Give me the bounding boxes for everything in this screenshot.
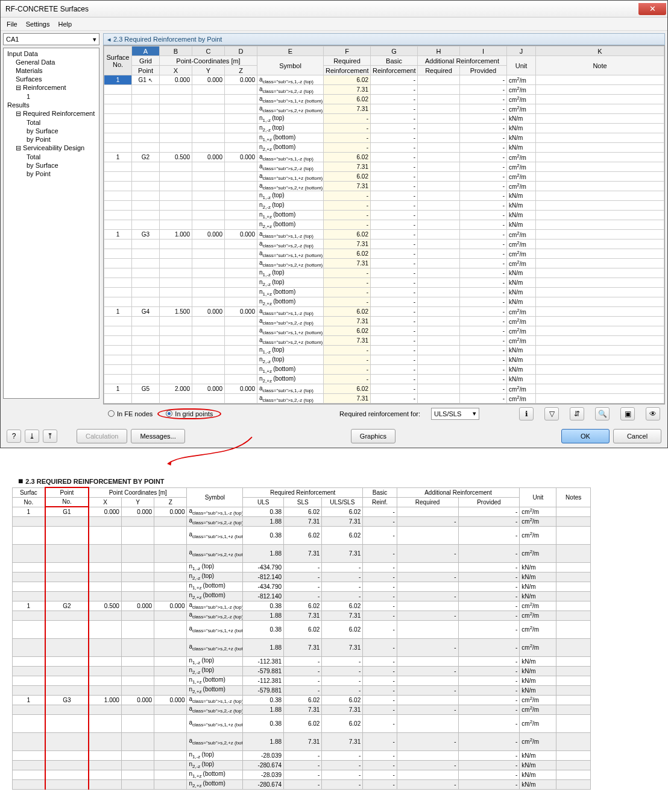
import-button[interactable]: ⤒ bbox=[43, 430, 57, 443]
table-row[interactable]: aclass="sub">s,2,-z (top)7.31--cm2/m bbox=[104, 394, 664, 404]
calculation-button[interactable]: Calculation bbox=[77, 429, 127, 443]
ok-button[interactable]: OK bbox=[561, 429, 610, 443]
tree-rr-by-surface[interactable]: by Surface bbox=[5, 127, 98, 135]
report-title: ■ 2.3 REQUIRED REINFORCEMENT BY POINT bbox=[18, 476, 656, 486]
grid-bottombar: In FE nodes In grid points Required rein… bbox=[103, 404, 665, 422]
case-dropdown[interactable]: CA1▾ bbox=[3, 33, 99, 45]
graphics-button[interactable]: Graphics bbox=[351, 429, 395, 443]
table-row[interactable]: n1,+z (bottom)---kN/m bbox=[104, 211, 664, 220]
table-row[interactable]: n1,-z (top)---kN/m bbox=[104, 191, 664, 201]
table-row[interactable]: n1,-z (top)---kN/m bbox=[104, 268, 664, 278]
annotation-highlight: In grid points bbox=[157, 408, 221, 419]
menubar: File Settings Help bbox=[1, 17, 667, 31]
report-row: n2,+z (bottom)-280.674-----kN/m bbox=[13, 779, 591, 789]
tree-reinforcement-1[interactable]: 1 bbox=[5, 92, 98, 101]
tree-results[interactable]: Results bbox=[5, 101, 98, 109]
table-row[interactable]: n1,+z (bottom)---kN/m bbox=[104, 133, 664, 143]
table-row[interactable]: 1G1 ↖0.0000.0000.000aclass="sub">s,1,-z … bbox=[104, 75, 664, 85]
report-table: ■ 2.3 REQUIRED REINFORCEMENT BY POINT Su… bbox=[12, 476, 656, 790]
tree-serviceability[interactable]: ⊟ Serviceability Design bbox=[5, 144, 98, 153]
results-grid[interactable]: SurfaceNo. A B C D E F G H I J K bbox=[103, 45, 665, 404]
table-row[interactable]: n1,-z (top)---kN/m bbox=[104, 346, 664, 355]
table-row[interactable]: n2,+z (bottom)---kN/m bbox=[104, 297, 664, 307]
table-row[interactable]: aclass="sub">s,2,-z (top)7.31--cm2/m bbox=[104, 317, 664, 326]
table-row[interactable]: 1G20.5000.0000.000aclass="sub">s,1,-z (t… bbox=[104, 153, 664, 162]
report-row: aclass="sub">s,2,-z (top)1.887.317.31---… bbox=[13, 705, 591, 714]
table-row[interactable]: aclass="sub">s,1,+z (bottom)6.02--cm2/m bbox=[104, 249, 664, 259]
table-row[interactable]: n1,+z (bottom)---kN/m bbox=[104, 288, 664, 297]
view-button[interactable]: 👁 bbox=[646, 407, 660, 420]
select-button[interactable]: ▣ bbox=[620, 407, 635, 420]
report-row: 1G10.0000.0000.000aclass="sub">s,1,-z (t… bbox=[13, 507, 591, 516]
table-row[interactable]: aclass="sub">s,1,+z (bottom)6.02--cm2/m bbox=[104, 326, 664, 336]
menu-file[interactable]: File bbox=[7, 21, 17, 28]
table-row[interactable]: aclass="sub">s,2,-z (top)7.31--cm2/m bbox=[104, 85, 664, 95]
tree-sv-total[interactable]: Total bbox=[5, 153, 98, 161]
table-row[interactable]: n2,-z (top)---kN/m bbox=[104, 201, 664, 211]
tree-rr-total[interactable]: Total bbox=[5, 118, 98, 127]
report-row: n1,-z (top)-434.790----kN/m bbox=[13, 562, 591, 572]
report-row: n2,+z (bottom)-579.881-----kN/m bbox=[13, 685, 591, 695]
navigate-left-icon[interactable]: ◂ bbox=[107, 36, 111, 43]
section-header: ◂ 2.3 Required Reinforcement by Point bbox=[103, 33, 665, 45]
tree-surfaces[interactable]: Surfaces bbox=[5, 75, 98, 83]
report-row: aclass="sub">s,1,+z (bottom)0.386.026.02… bbox=[13, 714, 591, 732]
tree-materials[interactable]: Materials bbox=[5, 66, 98, 75]
export-button[interactable]: ⤓ bbox=[25, 430, 39, 443]
info-button[interactable]: ℹ bbox=[519, 407, 534, 420]
table-row[interactable]: aclass="sub">s,2,+z (bottom)7.31--cm2/m bbox=[104, 182, 664, 191]
table-row[interactable]: 1G52.0000.0000.000aclass="sub">s,1,-z (t… bbox=[104, 384, 664, 394]
window-title: RF-CONCRETE Surfaces bbox=[5, 5, 638, 13]
close-button[interactable]: ✕ bbox=[638, 3, 666, 15]
tree-sv-by-surface[interactable]: by Surface bbox=[5, 161, 98, 170]
report-row: aclass="sub">s,2,+z (bottom)1.887.317.31… bbox=[13, 638, 591, 656]
table-row[interactable]: n2,+z (bottom)---kN/m bbox=[104, 220, 664, 230]
table-row[interactable]: aclass="sub">s,1,+z (bottom)6.02--cm2/m bbox=[104, 95, 664, 104]
report-row: aclass="sub">s,2,+z (bottom)1.887.317.31… bbox=[13, 732, 591, 750]
help-button[interactable]: ? bbox=[7, 430, 21, 443]
table-row[interactable]: aclass="sub">s,1,+z (bottom)6.02--cm2/m bbox=[104, 172, 664, 182]
cancel-button[interactable]: Cancel bbox=[613, 429, 661, 443]
report-row: n2,-z (top)-579.881-----kN/m bbox=[13, 666, 591, 676]
tree-rr-by-point[interactable]: by Point bbox=[5, 135, 98, 144]
menu-settings[interactable]: Settings bbox=[26, 21, 50, 28]
report-row: aclass="sub">s,2,-z (top)1.887.317.31---… bbox=[13, 611, 591, 620]
tree-general-data[interactable]: General Data bbox=[5, 58, 98, 66]
menu-help[interactable]: Help bbox=[58, 21, 72, 28]
table-row[interactable]: aclass="sub">s,2,+z (bottom)7.31--cm2/m bbox=[104, 336, 664, 346]
sort-button[interactable]: ⇵ bbox=[570, 407, 584, 420]
required-for-combo[interactable]: ULS/SLS▾ bbox=[431, 408, 479, 420]
table-row[interactable]: n1,+z (bottom)---kN/m bbox=[104, 365, 664, 375]
table-row[interactable]: 1G41.5000.0000.000aclass="sub">s,1,-z (t… bbox=[104, 307, 664, 317]
report-row: aclass="sub">s,1,+z (bottom)0.386.026.02… bbox=[13, 526, 591, 544]
table-row[interactable]: aclass="sub">s,2,+z (bottom)7.31--cm2/m bbox=[104, 259, 664, 268]
report-row: n1,-z (top)-28.039----kN/m bbox=[13, 750, 591, 760]
table-row[interactable]: n1,-z (top)---kN/m bbox=[104, 114, 664, 124]
tree-sv-by-point[interactable]: by Point bbox=[5, 170, 98, 178]
table-row[interactable]: n2,-z (top)---kN/m bbox=[104, 278, 664, 288]
messages-button[interactable]: Messages... bbox=[131, 429, 184, 443]
table-row[interactable]: 1G31.0000.0000.000aclass="sub">s,1,-z (t… bbox=[104, 230, 664, 239]
report-row: aclass="sub">s,2,-z (top)1.887.317.31---… bbox=[13, 516, 591, 526]
report-row: n1,+z (bottom)-434.790----kN/m bbox=[13, 582, 591, 591]
radio-grid-points[interactable]: In grid points bbox=[166, 410, 213, 417]
tree-required-reinf[interactable]: ⊟ Required Reinforcement bbox=[5, 109, 98, 118]
report-row: n1,+z (bottom)-28.039----kN/m bbox=[13, 770, 591, 779]
chevron-down-icon: ▾ bbox=[93, 36, 96, 43]
tree-reinforcement[interactable]: ⊟ Reinforcement bbox=[5, 83, 98, 92]
table-row[interactable]: aclass="sub">s,2,-z (top)7.31--cm2/m bbox=[104, 162, 664, 172]
radio-fe-nodes[interactable]: In FE nodes bbox=[108, 410, 153, 417]
tree-input-data[interactable]: Input Data bbox=[5, 49, 98, 58]
table-row[interactable]: aclass="sub">s,2,-z (top)7.31--cm2/m bbox=[104, 239, 664, 249]
report-row: n2,+z (bottom)-812.140-----kN/m bbox=[13, 591, 591, 601]
filter-button[interactable]: ▽ bbox=[544, 407, 559, 420]
navigation-tree[interactable]: Input Data General Data Materials Surfac… bbox=[3, 48, 99, 399]
report-row: n2,-z (top)-280.674-----kN/m bbox=[13, 760, 591, 770]
table-row[interactable]: n2,-z (top)---kN/m bbox=[104, 355, 664, 365]
table-row[interactable]: n2,+z (bottom)---kN/m bbox=[104, 143, 664, 153]
table-row[interactable]: n2,-z (top)---kN/m bbox=[104, 124, 664, 133]
table-row[interactable]: n2,+z (bottom)---kN/m bbox=[104, 375, 664, 384]
table-row[interactable]: aclass="sub">s,2,+z (bottom)7.31--cm2/m bbox=[104, 104, 664, 114]
report-row: n1,-z (top)-112.381----kN/m bbox=[13, 656, 591, 666]
find-button[interactable]: 🔍 bbox=[595, 407, 610, 420]
